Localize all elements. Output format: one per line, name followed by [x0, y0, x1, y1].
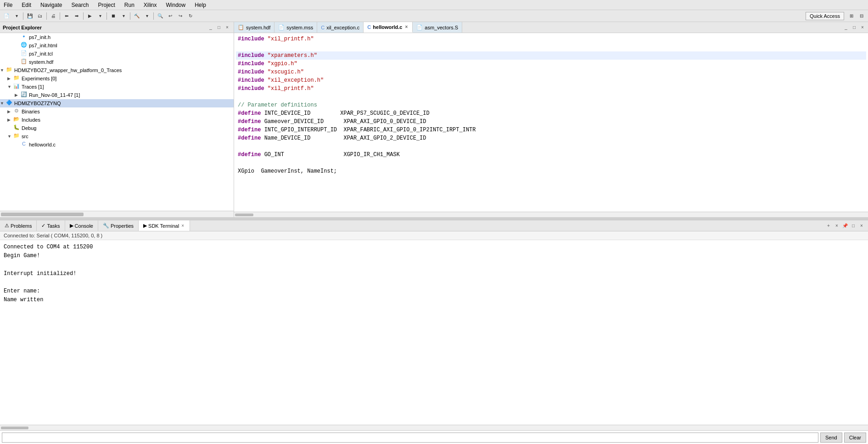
toolbar-perspective1[interactable]: ⊞ [847, 11, 856, 21]
toolbar-build[interactable]: 🔨 [132, 11, 141, 21]
tree-item-ps7-init-tcl[interactable]: 📄 ps7_init.tcl [0, 50, 234, 58]
terminal-hscrollbar[interactable] [0, 425, 868, 430]
toolbar-forward2[interactable]: ↻ [186, 11, 195, 21]
tab-label: system.hdf [246, 25, 270, 30]
tab-close-helloworld[interactable]: × [404, 24, 409, 29]
tree-label: Experiments [0] [22, 76, 56, 81]
editor-tab-bar: 📋 system.hdf 📄 system.mss C xil_exceptio… [234, 22, 868, 33]
menu-edit[interactable]: Edit [20, 1, 33, 9]
tab-icon: 📄 [278, 24, 285, 30]
bottom-panel-maximize[interactable]: □ [850, 222, 857, 230]
tab-properties[interactable]: 🔧 Properties [98, 220, 139, 231]
bottom-panel-new[interactable]: + [825, 222, 832, 230]
hscroll-thumb[interactable] [235, 214, 253, 216]
code-line-define1: #define INTC_DEVICE_ID XPAR_PS7_SCUGIC_0… [236, 109, 866, 118]
toolbar-stop[interactable]: ⏹ [109, 11, 118, 21]
tree-item-ps7-init-h[interactable]: 🔹 ps7_init.h [0, 33, 234, 41]
sidebar-scrollbar[interactable] [0, 211, 234, 217]
tree-item-debug[interactable]: 🐛 Debug [0, 124, 234, 132]
menu-search[interactable]: Search [69, 1, 90, 9]
menu-navigate[interactable]: Navigate [39, 1, 64, 9]
tab-console[interactable]: ▶ Console [65, 220, 98, 231]
editor-hscrollbar[interactable] [234, 212, 868, 217]
tree-item-hdmi-wrapper[interactable]: ▼ 📁 HDMIZYBOZ7_wrapper_hw_platform_0_Tra… [0, 66, 234, 74]
bottom-panel: ⚠ Problems ✓ Tasks ▶ Console 🔧 Propertie… [0, 219, 868, 444]
editor-maximize[interactable]: □ [851, 24, 858, 31]
toolbar-debug-prev[interactable]: ⬅ [62, 11, 71, 21]
toolbar-debug-next[interactable]: ➡ [72, 11, 81, 21]
terminal-body[interactable]: Connected to COM4 at 115200 Begin Game! … [0, 240, 868, 425]
terminal-line-blank2 [4, 278, 864, 287]
terminal-send-button[interactable]: Send [820, 433, 842, 443]
bottom-panel-pin[interactable]: 📌 [841, 222, 849, 230]
toolbar-run[interactable]: ▶ [85, 11, 95, 21]
toolbar-run-dropdown[interactable]: ▾ [95, 11, 105, 21]
tab-sdk-close[interactable]: × [180, 223, 185, 228]
menu-file[interactable]: File [2, 1, 14, 9]
toolbar-sep4 [83, 12, 84, 20]
toolbar-search[interactable]: 🔍 [156, 11, 165, 21]
menu-project[interactable]: Project [96, 1, 117, 9]
tree-item-src[interactable]: ▼ 📁 src [0, 132, 234, 141]
tab-asm-vectors[interactable]: 📄 asm_vectors.S [413, 22, 462, 33]
toolbar-print[interactable]: 🖨 [49, 11, 58, 21]
editor-close[interactable]: × [859, 24, 866, 31]
keyword: #define [238, 109, 261, 118]
tree-label: Binaries [22, 109, 40, 114]
sidebar-maximize[interactable]: □ [215, 24, 223, 31]
menu-xilinx[interactable]: Xilinx [142, 1, 159, 9]
toolbar-stop-dropdown[interactable]: ▾ [119, 11, 128, 21]
menu-run[interactable]: Run [123, 1, 136, 9]
file-icon-html: 🌐 [20, 42, 28, 49]
toolbar-save-all[interactable]: 🗂 [35, 11, 45, 21]
tree-item-binaries[interactable]: ▶ ⚙ Binaries [0, 107, 234, 116]
terminal-hscroll-thumb[interactable] [1, 427, 28, 429]
toolbar-build-dropdown[interactable]: ▾ [142, 11, 151, 21]
keyword: #include [238, 68, 264, 76]
toolbar-new[interactable]: 📄 [2, 11, 11, 21]
quick-access-button[interactable]: Quick Access [806, 12, 844, 20]
tree-item-system-hdf[interactable]: 📋 system.hdf [0, 58, 234, 66]
toolbar-sep3 [60, 12, 60, 20]
toolbar-dropdown1[interactable]: ▾ [12, 11, 21, 21]
tab-xil-exception-c[interactable]: C xil_exception.c [317, 22, 364, 33]
tab-problems[interactable]: ⚠ Problems [0, 220, 37, 231]
toolbar-save[interactable]: 💾 [25, 11, 34, 21]
scroll-thumb[interactable] [1, 213, 84, 216]
toolbar-back[interactable]: ↩ [166, 11, 175, 21]
string: "xparameters.h" [268, 51, 317, 60]
menu-help[interactable]: Help [193, 1, 208, 9]
tree-item-traces[interactable]: ▼ 📊 Traces [1] [0, 83, 234, 91]
tree-label: system.hdf [29, 59, 53, 65]
tree-view[interactable]: 🔹 ps7_init.h 🌐 ps7_init.html 📄 [0, 33, 234, 211]
tab-system-mss[interactable]: 📄 system.mss [274, 22, 317, 33]
code-line-comment: // Parameter definitions [236, 101, 866, 109]
code-line-define3: #define INTC_GPIO_INTERRUPT_ID XPAR_FABR… [236, 126, 866, 134]
toolbar-perspective2[interactable]: ⊟ [857, 11, 866, 21]
tree-item-ps7-init-html[interactable]: 🌐 ps7_init.html [0, 41, 234, 50]
tree-item-run-nov[interactable]: ▶ 🔄 Run_Nov-08_11-47 [1] [0, 91, 234, 99]
tab-problems-icon: ⚠ [5, 223, 9, 229]
toolbar-forward[interactable]: ↪ [176, 11, 185, 21]
menu-window[interactable]: Window [164, 1, 188, 9]
tab-sdk-terminal[interactable]: ▶ SDK Terminal × [139, 220, 190, 231]
sidebar-minimize[interactable]: _ [207, 24, 214, 31]
keyword: #define [238, 151, 261, 159]
tab-tasks[interactable]: ✓ Tasks [37, 220, 65, 231]
terminal-input-field[interactable] [2, 433, 818, 443]
tab-properties-icon: 🔧 [103, 223, 109, 229]
tab-helloworld-c[interactable]: C helloworld.c × [364, 22, 413, 33]
terminal-clear-button[interactable]: Clear [844, 433, 866, 443]
bottom-panel-minimize[interactable]: × [833, 222, 840, 230]
tree-item-helloworld-c[interactable]: C helloworld.c [0, 141, 234, 149]
tree-item-includes[interactable]: ▶ 📂 Includes [0, 116, 234, 124]
string: "xscugic.h" [268, 68, 304, 76]
bottom-panel-close[interactable]: × [858, 222, 865, 230]
tree-item-hdmizyboz7zynq[interactable]: ▼ 🔷 HDMIZYBOZ7ZYNQ [0, 99, 234, 107]
code-editor[interactable]: #include "xil_printf.h" #include "xparam… [234, 33, 868, 212]
tree-item-experiments[interactable]: ▶ 📁 Experiments [0] [0, 74, 234, 83]
tab-system-hdf[interactable]: 📋 system.hdf [234, 22, 274, 33]
sidebar-close[interactable]: × [224, 24, 231, 31]
code-line-blank1 [236, 43, 866, 51]
editor-minimize[interactable]: _ [842, 24, 850, 31]
